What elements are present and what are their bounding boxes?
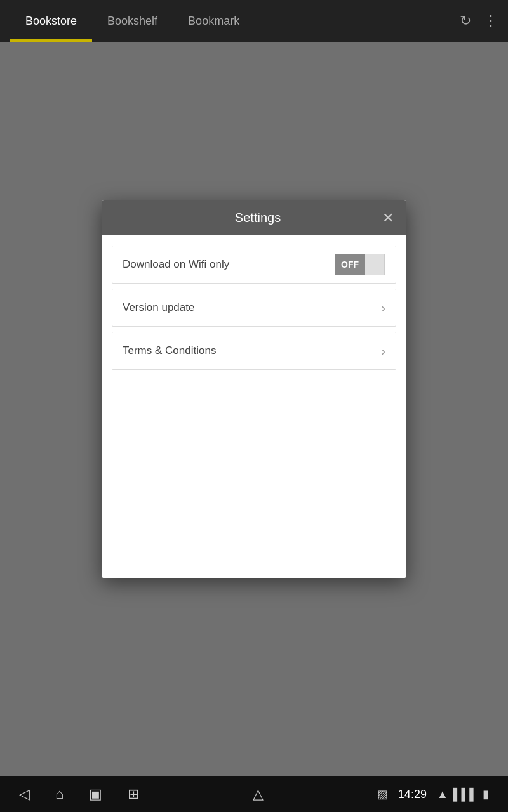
status-icons: ▲ ▌▌▌ ▮ bbox=[437, 787, 489, 801]
home-icon[interactable]: ⌂ bbox=[55, 786, 64, 802]
tab-bookshelf[interactable]: Bookshelf bbox=[92, 0, 173, 42]
toggle-off-label: OFF bbox=[335, 254, 365, 275]
wifi-icon: ▲ bbox=[437, 788, 448, 801]
tab-bookstore[interactable]: Bookstore bbox=[10, 0, 92, 42]
download-wifi-row[interactable]: Download on Wifi only OFF bbox=[112, 246, 396, 284]
status-time: 14:29 bbox=[398, 788, 427, 801]
battery-icon: ▮ bbox=[483, 787, 489, 801]
modal-backdrop: Settings ✕ Download on Wifi only OFF Ver… bbox=[0, 42, 508, 776]
toolbar-actions: ↻ ⋮ bbox=[460, 13, 498, 29]
bottom-nav-left: ◁ ⌂ ▣ ⊞ bbox=[19, 786, 139, 802]
version-update-row[interactable]: Version update › bbox=[112, 289, 396, 327]
bottom-nav-center: △ bbox=[253, 786, 264, 802]
toggle-thumb bbox=[365, 254, 384, 275]
close-icon[interactable]: ✕ bbox=[382, 211, 394, 225]
download-wifi-toggle[interactable]: OFF bbox=[335, 254, 385, 275]
up-icon[interactable]: △ bbox=[253, 786, 264, 802]
tab-bookstore-label: Bookstore bbox=[25, 15, 77, 28]
settings-modal: Settings ✕ Download on Wifi only OFF Ver… bbox=[102, 200, 406, 578]
gallery-icon: ▨ bbox=[377, 787, 388, 801]
bottom-navigation-bar: ◁ ⌂ ▣ ⊞ △ ▨ 14:29 ▲ ▌▌▌ ▮ bbox=[0, 776, 508, 812]
terms-conditions-label: Terms & Conditions bbox=[123, 344, 216, 357]
recents-icon[interactable]: ▣ bbox=[89, 786, 102, 802]
download-wifi-label: Download on Wifi only bbox=[123, 258, 229, 271]
back-icon[interactable]: ◁ bbox=[19, 786, 30, 802]
modal-body: Download on Wifi only OFF Version update… bbox=[102, 235, 406, 578]
chevron-right-icon: › bbox=[381, 301, 385, 315]
terms-conditions-row[interactable]: Terms & Conditions › bbox=[112, 332, 396, 370]
tab-bookmark[interactable]: Bookmark bbox=[173, 0, 255, 42]
top-navigation-bar: Bookstore Bookshelf Bookmark ↻ ⋮ bbox=[0, 0, 508, 42]
tab-bookshelf-label: Bookshelf bbox=[107, 15, 157, 28]
modal-header: Settings ✕ bbox=[102, 200, 406, 235]
signal-icon: ▌▌▌ bbox=[453, 788, 478, 801]
qr-icon[interactable]: ⊞ bbox=[128, 786, 139, 802]
status-bar: ▨ 14:29 ▲ ▌▌▌ ▮ bbox=[377, 787, 489, 801]
version-update-label: Version update bbox=[123, 301, 194, 314]
tab-bar: Bookstore Bookshelf Bookmark bbox=[10, 0, 460, 42]
refresh-icon[interactable]: ↻ bbox=[460, 13, 471, 29]
more-options-icon[interactable]: ⋮ bbox=[484, 13, 498, 29]
modal-title: Settings bbox=[133, 211, 382, 225]
chevron-right-icon: › bbox=[381, 344, 385, 358]
tab-bookmark-label: Bookmark bbox=[188, 15, 239, 28]
